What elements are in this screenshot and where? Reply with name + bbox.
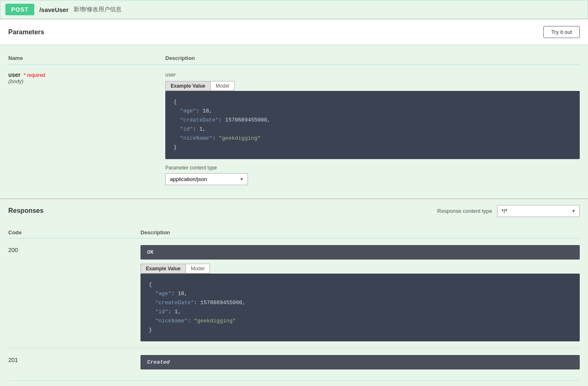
param-desc-text: user [165,71,580,78]
param-location: (body) [8,78,165,84]
method-badge: POST [5,4,34,15]
parameters-section-header: Parameters Try it out [0,19,588,45]
response-ct-label: Response content type [437,208,492,214]
param-name: user [8,71,21,78]
responses-col-code-header: Code [8,229,140,236]
parameters-table: Name Description user * required (body) … [8,52,580,192]
endpoint-path: /saveUser [39,6,69,13]
response-ct-select-wrapper: */* application/json text/plain [497,205,580,217]
response-desc-200: OK Example Value Model { "age": 18, "cre… [140,245,580,342]
response-desc-201: Created [140,355,580,374]
example-tabs: Example Value Model [165,81,580,91]
responses-col-desc-header: Description [140,229,580,236]
param-required-badge: * required [24,72,45,78]
response-ct-select[interactable]: */* application/json text/plain [497,205,580,217]
response-row-201: 201 Created [8,348,580,381]
response-example-tab-200[interactable]: Example Value [140,264,186,274]
response-row-401: 401 Unauthorized [8,381,580,386]
responses-section-header: Responses Response content type */* appl… [0,198,588,223]
param-example-code: { "age": 18, "createDate": 1570689455000… [165,91,580,159]
content-type-label: Parameter content type [165,165,580,171]
response-row-200: 200 OK Example Value Model { "age": 18, … [8,238,580,349]
response-code-block-200: { "age": 18, "createDate": 1570689455000… [140,274,580,342]
content-type-select-wrapper: application/json text/plain */* [165,173,248,185]
endpoint-header: POST /saveUser 新增/修改用户信息 [0,0,588,19]
response-status-ok: OK [140,245,580,260]
response-code-200: 200 [8,245,140,342]
response-content-type-row: Response content type */* application/js… [437,205,580,217]
param-row-user: user * required (body) user Example Valu… [8,65,580,192]
content-type-select[interactable]: application/json text/plain */* [165,173,248,185]
endpoint-description: 新增/修改用户信息 [74,6,121,13]
response-model-tab-200[interactable]: Model [186,264,210,274]
responses-title: Responses [8,207,43,214]
example-value-tab[interactable]: Example Value [165,81,210,91]
try-it-out-button[interactable]: Try it out [543,26,580,38]
parameters-title: Parameters [8,29,44,36]
response-status-created: Created [140,355,580,369]
col-description: Description [165,52,580,65]
model-tab[interactable]: Model [210,81,235,91]
responses-table-header: Code Description [8,227,580,238]
col-name: Name [8,52,165,65]
parameters-content: Name Description user * required (body) … [0,45,588,198]
response-example-tabs-200: Example Value Model [140,264,580,274]
responses-table: Code Description 200 OK Example Value Mo… [0,223,588,386]
response-code-201: 201 [8,355,140,374]
